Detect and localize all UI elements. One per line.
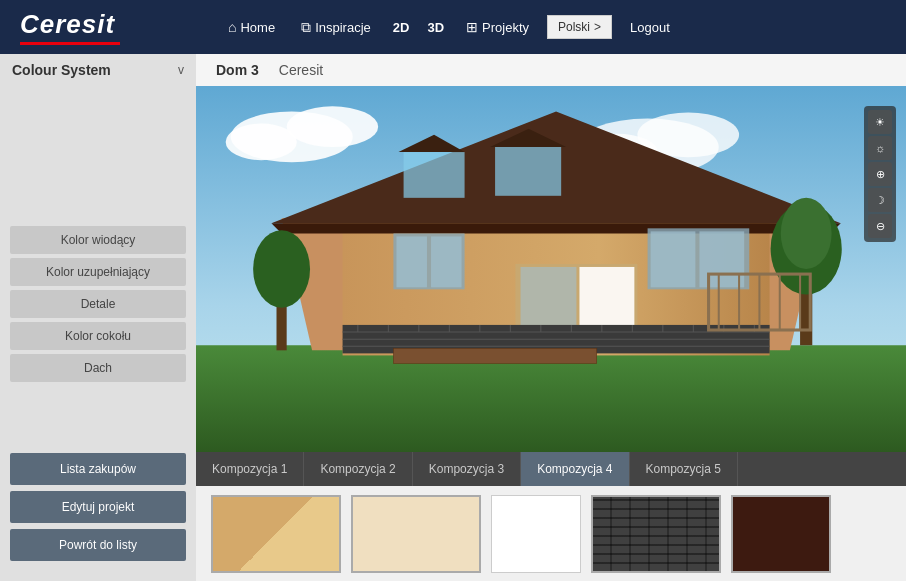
comp-tab-4[interactable]: Kompozycja 4	[521, 452, 629, 486]
logo-text: Ceresit	[20, 9, 120, 40]
inspiracje-icon: ⧉	[301, 19, 311, 36]
svg-point-47	[781, 198, 832, 269]
sidebar-item-detale[interactable]: Detale	[10, 290, 186, 318]
nav-home[interactable]: ⌂ Home	[220, 15, 283, 39]
sidebar-item-kolor-cokolu[interactable]: Kolor cokołu	[10, 322, 186, 350]
house-container[interactable]: ☀ ☼ ⊕ ☽ ⊖	[196, 86, 906, 452]
view-area: ☀ ☼ ⊕ ☽ ⊖ Kompozycja 1 Kompozycja 2 Komp…	[196, 86, 906, 581]
project-name: Dom 3	[216, 62, 259, 78]
nav-area: ⌂ Home ⧉ Inspiracje 2D 3D ⊞ Projekty Pol…	[200, 15, 896, 40]
svg-point-49	[253, 230, 310, 307]
swatch-beige[interactable]	[211, 495, 341, 573]
svg-rect-18	[431, 236, 462, 287]
contrast-tool[interactable]: ☼	[868, 136, 892, 160]
home-icon: ⌂	[228, 19, 236, 35]
sidebar-item-dach[interactable]: Dach	[10, 354, 186, 382]
swatch-brick[interactable]	[591, 495, 721, 573]
nav-2d[interactable]: 2D	[389, 18, 414, 37]
zoom-out-tool[interactable]: ⊖	[868, 214, 892, 238]
logo-area: Ceresit	[10, 9, 200, 45]
main-header: Ceresit ⌂ Home ⧉ Inspiracje 2D 3D ⊞ Proj…	[0, 0, 906, 54]
colour-system-area[interactable]: Colour System v	[0, 54, 196, 86]
sidebar-item-kolor-uzupelniajacy[interactable]: Kolor uzupełniający	[10, 258, 186, 286]
comp-tab-2[interactable]: Kompozycja 2	[304, 452, 412, 486]
nav-projekty-label: Projekty	[482, 20, 529, 35]
swatch-cream[interactable]	[351, 495, 481, 573]
swatches-area	[196, 486, 906, 581]
edytuj-projekt-button[interactable]: Edytuj projekt	[10, 491, 186, 523]
nav-inspiracje-label: Inspiracje	[315, 20, 371, 35]
colour-system-label: Colour System	[12, 62, 111, 78]
nav-inspiracje[interactable]: ⧉ Inspiracje	[293, 15, 379, 40]
sidebar-item-kolor-wiodacy[interactable]: Kolor wiodący	[10, 226, 186, 254]
main-content: Kolor wiodący Kolor uzupełniający Detale…	[0, 86, 906, 581]
nav-3d[interactable]: 3D	[423, 18, 448, 37]
comp-tab-1[interactable]: Kompozycja 1	[196, 452, 304, 486]
project-info: Dom 3 Ceresit	[196, 62, 906, 78]
svg-rect-43	[393, 348, 596, 363]
powrot-do-listy-button[interactable]: Powrót do listy	[10, 529, 186, 561]
nav-projekty[interactable]: ⊞ Projekty	[458, 15, 537, 39]
logout-button[interactable]: Logout	[622, 16, 678, 39]
composition-tabs: Kompozycja 1 Kompozycja 2 Kompozycja 3 K…	[196, 452, 906, 486]
swatch-dark-brown[interactable]	[731, 495, 831, 573]
svg-point-2	[287, 106, 379, 147]
zoom-in-tool[interactable]: ⊕	[868, 162, 892, 186]
svg-rect-12	[404, 152, 465, 198]
project-brand: Ceresit	[279, 62, 323, 78]
lang-button[interactable]: Polski >	[547, 15, 612, 39]
svg-point-3	[226, 124, 297, 161]
nav-home-label: Home	[240, 20, 275, 35]
lista-zakupow-button[interactable]: Lista zakupów	[10, 453, 186, 485]
svg-rect-14	[495, 147, 561, 196]
sub-header: Colour System v Dom 3 Ceresit	[0, 54, 906, 86]
svg-marker-11	[271, 223, 840, 233]
sidebar-menu: Kolor wiodący Kolor uzupełniający Detale…	[0, 96, 196, 443]
house-svg	[196, 86, 906, 452]
sidebar-actions: Lista zakupów Edytuj projekt Powrót do l…	[0, 443, 196, 571]
svg-rect-20	[651, 231, 696, 287]
house-scene: ☀ ☼ ⊕ ☽ ⊖	[196, 86, 906, 452]
sidebar: Kolor wiodący Kolor uzupełniający Detale…	[0, 86, 196, 581]
comp-tab-5[interactable]: Kompozycja 5	[630, 452, 738, 486]
night-mode-tool[interactable]: ☽	[868, 188, 892, 212]
brightness-tool[interactable]: ☀	[868, 110, 892, 134]
lang-arrow: >	[594, 20, 601, 34]
comp-tab-3[interactable]: Kompozycja 3	[413, 452, 521, 486]
logo-underline	[20, 42, 120, 45]
lang-label: Polski	[558, 20, 590, 34]
projekty-icon: ⊞	[466, 19, 478, 35]
tool-controls: ☀ ☼ ⊕ ☽ ⊖	[864, 106, 896, 242]
svg-rect-21	[699, 231, 744, 287]
svg-rect-17	[396, 236, 427, 287]
colour-system-dropdown-icon: v	[178, 63, 184, 77]
swatch-empty[interactable]	[491, 495, 581, 573]
